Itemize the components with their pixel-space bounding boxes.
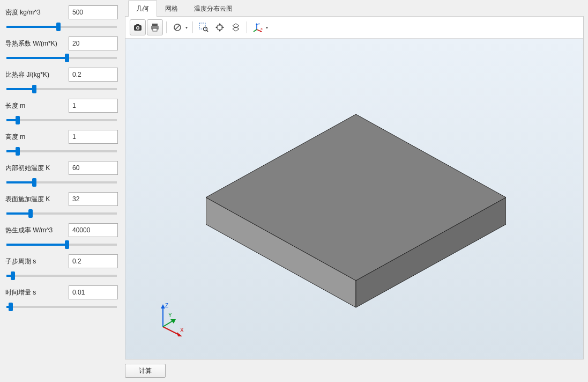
param-input[interactable] <box>69 223 118 237</box>
param-slider[interactable] <box>6 244 117 246</box>
param-row: 高度 m <box>5 130 118 152</box>
param-slider[interactable] <box>6 275 117 277</box>
svg-line-15 <box>254 30 257 32</box>
param-label: 长度 m <box>5 101 25 111</box>
viewport-toolbar: ▾ <box>125 17 583 39</box>
param-slider[interactable] <box>6 88 117 90</box>
param-label: 子步周期 s <box>5 257 36 266</box>
calculate-button[interactable]: 计算 <box>125 364 166 378</box>
param-slider[interactable] <box>6 150 117 152</box>
zoom-region-icon[interactable] <box>196 20 211 35</box>
param-input[interactable] <box>69 36 118 50</box>
tab-panel-geometry: ▾ <box>125 16 584 359</box>
nosymbol-icon[interactable] <box>170 20 185 35</box>
svg-text:Y: Y <box>258 23 260 26</box>
param-row: 表面施加温度 K <box>5 192 118 215</box>
param-input[interactable] <box>69 99 118 113</box>
param-label: 时间增量 s <box>5 288 36 297</box>
svg-rect-6 <box>153 28 157 31</box>
param-slider[interactable] <box>6 119 117 121</box>
svg-rect-12 <box>218 25 222 30</box>
svg-rect-4 <box>152 24 158 26</box>
svg-text:X: X <box>260 27 263 31</box>
param-row: 热生成率 W/m^3 <box>5 223 118 246</box>
param-row: 内部初始温度 K <box>5 161 118 183</box>
axis-gizmo: Z X Y <box>152 300 190 337</box>
param-input[interactable] <box>69 68 118 82</box>
param-row: 导热系数 W/(m*K) <box>5 36 118 59</box>
chevron-down-icon[interactable]: ▾ <box>184 25 189 30</box>
parameter-panel: 密度 kg/m^3导热系数 W/(m*K)比热容 J/(kg*K)长度 m高度 … <box>0 0 121 382</box>
tabbar: 几何网格温度分布云图 <box>125 0 584 16</box>
3d-viewport[interactable]: Z X Y <box>125 39 583 359</box>
param-input[interactable] <box>69 192 118 206</box>
param-label: 热生成率 W/m^3 <box>5 226 53 235</box>
axis-label-x: X <box>180 327 184 333</box>
toolbar-separator <box>192 21 193 33</box>
param-slider[interactable] <box>6 57 117 59</box>
param-row: 密度 kg/m^3 <box>5 5 118 28</box>
param-input[interactable] <box>69 130 118 144</box>
svg-line-8 <box>175 25 180 30</box>
param-input[interactable] <box>69 285 118 299</box>
pan-icon[interactable] <box>212 20 227 35</box>
param-label: 表面施加温度 K <box>5 195 50 204</box>
param-slider[interactable] <box>6 212 117 215</box>
geometry-box <box>206 114 506 334</box>
chevron-down-icon[interactable]: ▾ <box>264 25 270 30</box>
param-row: 时间增量 s <box>5 285 118 308</box>
print-icon[interactable] <box>147 19 163 35</box>
tab[interactable]: 温度分布云图 <box>186 1 241 17</box>
param-label: 密度 kg/m^3 <box>5 8 41 17</box>
toolbar-separator <box>247 21 247 33</box>
axis-label-y: Y <box>168 312 172 318</box>
rotate-icon[interactable] <box>228 20 243 35</box>
param-label: 内部初始温度 K <box>5 164 50 173</box>
tab[interactable]: 几何 <box>128 1 157 17</box>
main-area: 几何网格温度分布云图 ▾ <box>121 0 588 382</box>
param-row: 比热容 J/(kg*K) <box>5 68 118 90</box>
param-row: 长度 m <box>5 99 118 121</box>
svg-point-3 <box>137 27 138 28</box>
camera-icon[interactable] <box>130 19 146 35</box>
svg-rect-1 <box>136 24 139 26</box>
toolbar-separator <box>166 21 167 33</box>
param-input[interactable] <box>69 161 118 175</box>
param-slider[interactable] <box>6 26 117 28</box>
svg-marker-18 <box>206 114 506 281</box>
axes-icon[interactable]: Y X <box>250 20 265 35</box>
svg-line-11 <box>207 31 209 32</box>
tab[interactable]: 网格 <box>157 1 186 17</box>
param-label: 高度 m <box>5 133 25 142</box>
axis-label-z: Z <box>165 303 168 308</box>
param-row: 子步周期 s <box>5 254 118 277</box>
param-label: 导热系数 W/(m*K) <box>5 39 57 48</box>
param-input[interactable] <box>69 5 118 19</box>
param-label: 比热容 J/(kg*K) <box>5 70 49 79</box>
param-slider[interactable] <box>6 306 117 308</box>
svg-rect-9 <box>199 23 205 29</box>
param-input[interactable] <box>69 254 118 268</box>
param-slider[interactable] <box>6 181 117 183</box>
